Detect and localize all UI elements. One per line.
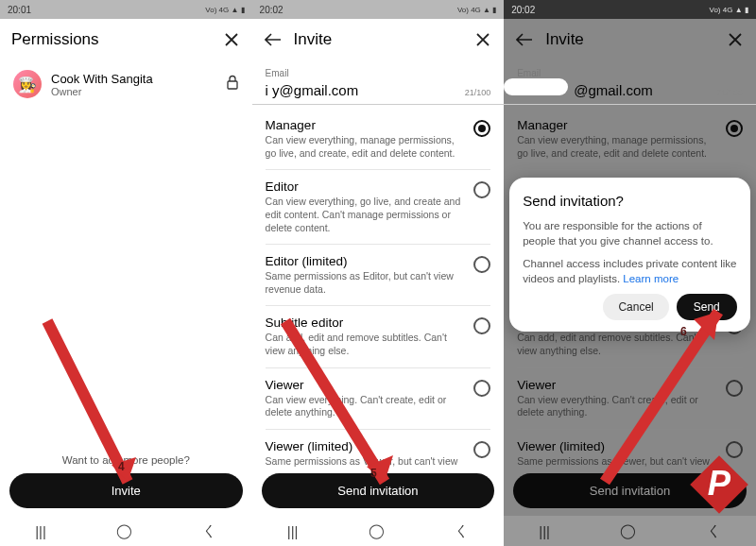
page-title: Invite <box>545 30 714 49</box>
header: Permissions <box>0 19 252 60</box>
radio-icon[interactable] <box>473 256 490 273</box>
android-nav: ||| ◯ く <box>0 516 252 546</box>
role-option[interactable]: ViewerCan view everything. Can't create,… <box>252 368 505 429</box>
role-title: Manager <box>517 118 716 134</box>
status-bar: 20:02 Vo) 4G ▲ ▮ <box>252 0 505 19</box>
footer-prompt: Want to add more people? <box>0 449 252 468</box>
back-arrow-icon[interactable] <box>515 30 534 49</box>
status-icons: Vo) 4G ▲ ▮ <box>710 6 748 14</box>
recents-icon[interactable]: ||| <box>35 523 46 539</box>
role-desc: Same permissions as Viewer, but can't vi… <box>266 455 465 468</box>
status-bar: 20:01 Vo) 4G ▲ ▮ <box>0 0 252 19</box>
role-desc: Same permissions as Editor, but can't vi… <box>266 270 465 296</box>
close-icon[interactable] <box>222 30 241 49</box>
lock-icon <box>226 75 239 94</box>
role-desc: Can view everything. Can't create, edit … <box>517 394 716 419</box>
radio-icon[interactable] <box>473 181 490 198</box>
role-title: Viewer <box>517 378 716 394</box>
user-row[interactable]: 👩‍🍳 Cook With Sangita Owner <box>0 60 252 108</box>
invite-button[interactable]: Invite <box>9 473 243 508</box>
role-option[interactable]: EditorCan view everything, go live, and … <box>252 170 505 244</box>
email-input[interactable]: @gmail.com 21/100 <box>504 80 756 105</box>
dialog-body-1: You are responsible for the actions of p… <box>523 218 737 248</box>
android-nav: ||| ◯ く <box>252 516 505 546</box>
role-desc: Can view everything, manage permissions,… <box>517 134 716 160</box>
recents-icon[interactable]: ||| <box>539 523 550 539</box>
email-input[interactable]: i y@gmail.com 21/100 <box>252 80 505 105</box>
screen-invite: 20:02 Vo) 4G ▲ ▮ Invite Email i y@gmail.… <box>252 0 505 546</box>
char-count: 21/100 <box>716 88 743 97</box>
role-title: Viewer (limited) <box>266 439 465 455</box>
role-desc: Can view everything, manage permissions,… <box>266 134 465 160</box>
radio-icon[interactable] <box>726 120 743 137</box>
radio-icon[interactable] <box>726 380 743 397</box>
cancel-button[interactable]: Cancel <box>603 294 668 320</box>
user-role: Owner <box>51 86 153 97</box>
annotation-num-5: 5 <box>370 467 377 480</box>
back-icon[interactable]: く <box>202 522 216 540</box>
send-invitation-button[interactable]: Send invitation <box>262 473 495 508</box>
radio-icon[interactable] <box>473 120 490 137</box>
home-icon[interactable]: ◯ <box>369 522 385 539</box>
role-desc: Can view everything, go live, and create… <box>266 196 465 234</box>
dialog-body-2: Channel access includes private content … <box>523 256 737 286</box>
status-bar: 20:02 Vo) 4G ▲ ▮ <box>504 0 756 19</box>
dialog-title: Send invitation? <box>523 193 737 209</box>
back-icon[interactable]: く <box>707 522 721 540</box>
header: Invite <box>252 19 505 60</box>
clock: 20:02 <box>511 5 535 15</box>
role-option[interactable]: Editor (limited)Same permissions as Edit… <box>252 245 505 305</box>
role-option[interactable]: Subtitle editorCan add, edit and remove … <box>252 306 505 367</box>
radio-icon[interactable] <box>473 380 490 397</box>
avatar: 👩‍🍳 <box>13 70 42 98</box>
content: 👩‍🍳 Cook With Sangita Owner <box>0 60 252 449</box>
screen-permissions: 20:01 Vo) 4G ▲ ▮ Permissions 👩‍🍳 Cook Wi… <box>0 0 252 546</box>
close-icon[interactable] <box>473 30 492 49</box>
tutorial-frame: 20:01 Vo) 4G ▲ ▮ Permissions 👩‍🍳 Cook Wi… <box>0 0 756 546</box>
roles-list: ManagerCan view everything, manage permi… <box>252 109 505 468</box>
page-title: Invite <box>294 30 463 49</box>
user-name: Cook With Sangita <box>51 72 153 86</box>
role-title: Subtitle editor <box>266 316 465 332</box>
role-option[interactable]: ViewerCan view everything. Can't create,… <box>504 368 756 429</box>
send-button[interactable]: Send <box>677 294 737 320</box>
role-title: Editor <box>266 179 465 196</box>
header: Invite <box>504 19 756 60</box>
learn-more-link[interactable]: Learn more <box>623 273 679 284</box>
role-desc: Can add, edit and remove subtitles. Can'… <box>266 332 465 357</box>
radio-icon[interactable] <box>473 317 490 334</box>
status-icons: Vo) 4G ▲ ▮ <box>457 6 496 14</box>
role-option[interactable]: Viewer (limited)Same permissions as View… <box>252 430 505 468</box>
email-label: Email <box>504 60 756 80</box>
role-title: Manager <box>266 118 465 134</box>
role-option[interactable]: ManagerCan view everything, manage permi… <box>252 109 505 169</box>
brand-logo-icon: P <box>686 452 752 518</box>
role-option[interactable]: ManagerCan view everything, manage permi… <box>504 109 756 169</box>
svg-text:P: P <box>708 464 731 503</box>
status-icons: Vo) 4G ▲ ▮ <box>205 6 244 14</box>
annotation-num-4: 4 <box>118 460 125 473</box>
role-desc: Can view everything. Can't create, edit … <box>266 394 465 419</box>
radio-icon[interactable] <box>473 441 490 458</box>
back-icon[interactable]: く <box>455 522 469 540</box>
close-icon[interactable] <box>726 30 745 49</box>
back-arrow-icon[interactable] <box>264 30 283 49</box>
android-nav: ||| ◯ く <box>504 516 756 546</box>
clock: 20:01 <box>8 5 31 15</box>
role-title: Viewer <box>266 378 465 394</box>
send-invitation-dialog: Send invitation? You are responsible for… <box>509 178 750 332</box>
annotation-num-6: 6 <box>680 325 687 338</box>
role-title: Editor (limited) <box>266 254 465 270</box>
char-count: 21/100 <box>465 88 491 97</box>
recents-icon[interactable]: ||| <box>287 523 299 539</box>
clock: 20:02 <box>260 5 284 15</box>
home-icon[interactable]: ◯ <box>620 522 636 539</box>
page-title: Permissions <box>11 30 211 49</box>
email-label: Email <box>252 60 505 80</box>
home-icon[interactable]: ◯ <box>116 522 132 539</box>
email-value: i y@gmail.com <box>266 82 465 98</box>
svg-rect-0 <box>228 81 237 89</box>
